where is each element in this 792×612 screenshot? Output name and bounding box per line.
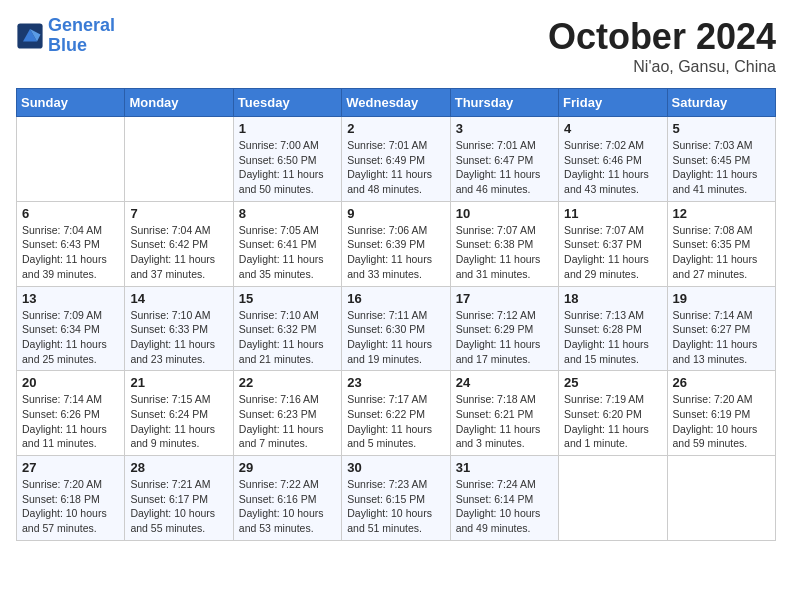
header-day-wednesday: Wednesday [342,89,450,117]
cell-info: Sunrise: 7:08 AMSunset: 6:35 PMDaylight:… [673,223,770,282]
header-day-thursday: Thursday [450,89,558,117]
cell-info: Sunrise: 7:18 AMSunset: 6:21 PMDaylight:… [456,392,553,451]
day-number: 5 [673,121,770,136]
day-number: 14 [130,291,227,306]
day-number: 22 [239,375,336,390]
cell-info: Sunrise: 7:04 AMSunset: 6:43 PMDaylight:… [22,223,119,282]
day-number: 4 [564,121,661,136]
cell-info: Sunrise: 7:01 AMSunset: 6:47 PMDaylight:… [456,138,553,197]
day-number: 15 [239,291,336,306]
logo-blue: Blue [48,35,87,55]
day-number: 16 [347,291,444,306]
calendar-cell: 30Sunrise: 7:23 AMSunset: 6:15 PMDayligh… [342,456,450,541]
calendar-week-row: 20Sunrise: 7:14 AMSunset: 6:26 PMDayligh… [17,371,776,456]
day-number: 20 [22,375,119,390]
calendar-cell: 20Sunrise: 7:14 AMSunset: 6:26 PMDayligh… [17,371,125,456]
day-number: 21 [130,375,227,390]
cell-info: Sunrise: 7:24 AMSunset: 6:14 PMDaylight:… [456,477,553,536]
header-day-friday: Friday [559,89,667,117]
calendar-cell: 22Sunrise: 7:16 AMSunset: 6:23 PMDayligh… [233,371,341,456]
day-number: 10 [456,206,553,221]
calendar-cell [125,117,233,202]
cell-info: Sunrise: 7:20 AMSunset: 6:19 PMDaylight:… [673,392,770,451]
calendar-cell: 26Sunrise: 7:20 AMSunset: 6:19 PMDayligh… [667,371,775,456]
day-number: 2 [347,121,444,136]
cell-info: Sunrise: 7:10 AMSunset: 6:33 PMDaylight:… [130,308,227,367]
calendar-cell: 10Sunrise: 7:07 AMSunset: 6:38 PMDayligh… [450,201,558,286]
month-year-title: October 2024 [548,16,776,58]
day-number: 1 [239,121,336,136]
header-day-saturday: Saturday [667,89,775,117]
title-block: October 2024 Ni'ao, Gansu, China [548,16,776,76]
calendar-cell: 14Sunrise: 7:10 AMSunset: 6:33 PMDayligh… [125,286,233,371]
calendar-cell: 5Sunrise: 7:03 AMSunset: 6:45 PMDaylight… [667,117,775,202]
cell-info: Sunrise: 7:07 AMSunset: 6:37 PMDaylight:… [564,223,661,282]
calendar-cell [667,456,775,541]
location-subtitle: Ni'ao, Gansu, China [548,58,776,76]
calendar-table: SundayMondayTuesdayWednesdayThursdayFrid… [16,88,776,541]
cell-info: Sunrise: 7:11 AMSunset: 6:30 PMDaylight:… [347,308,444,367]
calendar-week-row: 27Sunrise: 7:20 AMSunset: 6:18 PMDayligh… [17,456,776,541]
logo: General Blue [16,16,115,56]
day-number: 11 [564,206,661,221]
day-number: 25 [564,375,661,390]
calendar-cell: 15Sunrise: 7:10 AMSunset: 6:32 PMDayligh… [233,286,341,371]
calendar-week-row: 13Sunrise: 7:09 AMSunset: 6:34 PMDayligh… [17,286,776,371]
day-number: 19 [673,291,770,306]
cell-info: Sunrise: 7:22 AMSunset: 6:16 PMDaylight:… [239,477,336,536]
logo-general: General [48,15,115,35]
day-number: 28 [130,460,227,475]
day-number: 18 [564,291,661,306]
calendar-cell: 9Sunrise: 7:06 AMSunset: 6:39 PMDaylight… [342,201,450,286]
calendar-cell: 19Sunrise: 7:14 AMSunset: 6:27 PMDayligh… [667,286,775,371]
day-number: 31 [456,460,553,475]
day-number: 17 [456,291,553,306]
day-number: 9 [347,206,444,221]
cell-info: Sunrise: 7:03 AMSunset: 6:45 PMDaylight:… [673,138,770,197]
day-number: 26 [673,375,770,390]
header-day-tuesday: Tuesday [233,89,341,117]
cell-info: Sunrise: 7:12 AMSunset: 6:29 PMDaylight:… [456,308,553,367]
calendar-cell: 6Sunrise: 7:04 AMSunset: 6:43 PMDaylight… [17,201,125,286]
day-number: 8 [239,206,336,221]
day-number: 23 [347,375,444,390]
cell-info: Sunrise: 7:06 AMSunset: 6:39 PMDaylight:… [347,223,444,282]
cell-info: Sunrise: 7:13 AMSunset: 6:28 PMDaylight:… [564,308,661,367]
cell-info: Sunrise: 7:16 AMSunset: 6:23 PMDaylight:… [239,392,336,451]
cell-info: Sunrise: 7:02 AMSunset: 6:46 PMDaylight:… [564,138,661,197]
calendar-cell: 23Sunrise: 7:17 AMSunset: 6:22 PMDayligh… [342,371,450,456]
calendar-cell: 24Sunrise: 7:18 AMSunset: 6:21 PMDayligh… [450,371,558,456]
calendar-cell [559,456,667,541]
day-number: 12 [673,206,770,221]
day-number: 30 [347,460,444,475]
calendar-body: 1Sunrise: 7:00 AMSunset: 6:50 PMDaylight… [17,117,776,541]
cell-info: Sunrise: 7:20 AMSunset: 6:18 PMDaylight:… [22,477,119,536]
day-number: 7 [130,206,227,221]
calendar-cell: 21Sunrise: 7:15 AMSunset: 6:24 PMDayligh… [125,371,233,456]
calendar-cell: 13Sunrise: 7:09 AMSunset: 6:34 PMDayligh… [17,286,125,371]
cell-info: Sunrise: 7:14 AMSunset: 6:27 PMDaylight:… [673,308,770,367]
cell-info: Sunrise: 7:21 AMSunset: 6:17 PMDaylight:… [130,477,227,536]
calendar-cell: 29Sunrise: 7:22 AMSunset: 6:16 PMDayligh… [233,456,341,541]
calendar-cell: 18Sunrise: 7:13 AMSunset: 6:28 PMDayligh… [559,286,667,371]
calendar-week-row: 1Sunrise: 7:00 AMSunset: 6:50 PMDaylight… [17,117,776,202]
calendar-header: SundayMondayTuesdayWednesdayThursdayFrid… [17,89,776,117]
calendar-cell: 12Sunrise: 7:08 AMSunset: 6:35 PMDayligh… [667,201,775,286]
day-number: 3 [456,121,553,136]
calendar-cell: 31Sunrise: 7:24 AMSunset: 6:14 PMDayligh… [450,456,558,541]
cell-info: Sunrise: 7:09 AMSunset: 6:34 PMDaylight:… [22,308,119,367]
logo-text: General Blue [48,16,115,56]
calendar-cell: 25Sunrise: 7:19 AMSunset: 6:20 PMDayligh… [559,371,667,456]
cell-info: Sunrise: 7:17 AMSunset: 6:22 PMDaylight:… [347,392,444,451]
cell-info: Sunrise: 7:19 AMSunset: 6:20 PMDaylight:… [564,392,661,451]
calendar-cell: 4Sunrise: 7:02 AMSunset: 6:46 PMDaylight… [559,117,667,202]
calendar-cell: 16Sunrise: 7:11 AMSunset: 6:30 PMDayligh… [342,286,450,371]
cell-info: Sunrise: 7:15 AMSunset: 6:24 PMDaylight:… [130,392,227,451]
cell-info: Sunrise: 7:23 AMSunset: 6:15 PMDaylight:… [347,477,444,536]
cell-info: Sunrise: 7:10 AMSunset: 6:32 PMDaylight:… [239,308,336,367]
logo-icon [16,22,44,50]
page-header: General Blue October 2024 Ni'ao, Gansu, … [16,16,776,76]
calendar-cell: 8Sunrise: 7:05 AMSunset: 6:41 PMDaylight… [233,201,341,286]
cell-info: Sunrise: 7:14 AMSunset: 6:26 PMDaylight:… [22,392,119,451]
header-row: SundayMondayTuesdayWednesdayThursdayFrid… [17,89,776,117]
